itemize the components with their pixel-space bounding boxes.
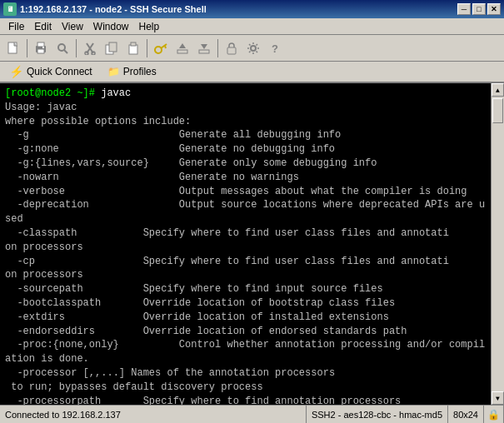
- svg-rect-4: [42, 47, 44, 48]
- settings-button[interactable]: [243, 38, 263, 58]
- toolbar: ?: [0, 35, 504, 62]
- search-button[interactable]: [52, 38, 72, 58]
- toolbar-separator-4: [217, 39, 218, 57]
- menu-window[interactable]: Window: [88, 19, 134, 34]
- window-controls: ─ □ ✕: [457, 3, 501, 15]
- menu-help[interactable]: Help: [134, 19, 165, 34]
- quick-bar: ⚡ Quick Connect 📁 Profiles: [0, 62, 504, 83]
- quick-connect-label: Quick Connect: [27, 66, 92, 77]
- svg-point-5: [58, 44, 65, 51]
- lock-status-icon: 🔒: [487, 409, 500, 421]
- app-icon: 🖥: [3, 2, 17, 16]
- toolbar-separator-1: [27, 39, 27, 57]
- svg-text:?: ?: [272, 42, 278, 55]
- svg-marker-21: [201, 44, 207, 49]
- menu-edit[interactable]: Edit: [29, 19, 57, 34]
- svg-rect-20: [199, 50, 209, 53]
- svg-marker-19: [179, 43, 186, 48]
- svg-point-23: [251, 46, 256, 51]
- status-icons: 🔒: [484, 406, 504, 423]
- svg-rect-18: [177, 50, 187, 53]
- svg-rect-22: [227, 47, 236, 54]
- paste-button[interactable]: [123, 38, 143, 58]
- svg-rect-14: [131, 42, 136, 46]
- terminal-scrollbar[interactable]: ▲ ▼: [491, 83, 504, 405]
- profiles-button[interactable]: 📁 Profiles: [102, 63, 162, 80]
- title-bar: 🖥 1:192.168.2.137 - node2 - SSH Secure S…: [0, 0, 504, 18]
- menu-view[interactable]: View: [57, 19, 88, 34]
- quick-connect-button[interactable]: ⚡ Quick Connect: [3, 62, 98, 81]
- dimensions-status: 80x24: [448, 406, 484, 423]
- encryption-text: SSH2 - aes128-cbc - hmac-md5: [312, 410, 442, 420]
- svg-rect-13: [129, 45, 137, 54]
- profiles-icon: 📁: [107, 66, 120, 77]
- upload-button[interactable]: [172, 38, 192, 58]
- maximize-button[interactable]: □: [472, 3, 486, 15]
- title-bar-text: 🖥 1:192.168.2.137 - node2 - SSH Secure S…: [3, 2, 207, 16]
- cut-button[interactable]: [80, 38, 100, 58]
- close-button[interactable]: ✕: [487, 3, 501, 15]
- svg-rect-2: [37, 42, 44, 47]
- connection-text: Connected to 192.168.2.137: [5, 410, 121, 420]
- toolbar-separator-3: [147, 39, 147, 57]
- terminal-output[interactable]: [root@node2 ~]# javac Usage: javac where…: [0, 83, 491, 405]
- lock-button[interactable]: [222, 38, 242, 58]
- scroll-track[interactable]: [492, 97, 504, 391]
- menu-file[interactable]: File: [3, 19, 29, 34]
- scroll-thumb[interactable]: [492, 98, 503, 123]
- dimensions-text: 80x24: [453, 410, 478, 420]
- svg-rect-12: [109, 42, 117, 52]
- encryption-status: SSH2 - aes128-cbc - hmac-md5: [307, 406, 448, 423]
- profiles-label: Profiles: [123, 66, 157, 77]
- copy-button[interactable]: [102, 38, 122, 58]
- svg-line-17: [165, 46, 166, 48]
- download-button[interactable]: [194, 38, 214, 58]
- toolbar-separator-2: [76, 39, 77, 57]
- svg-rect-3: [37, 49, 44, 53]
- scroll-down-button[interactable]: ▼: [492, 391, 504, 405]
- print-button[interactable]: [31, 38, 51, 58]
- status-bar: Connected to 192.168.2.137 SSH2 - aes128…: [0, 405, 504, 423]
- minimize-button[interactable]: ─: [457, 3, 471, 15]
- new-button[interactable]: [3, 38, 23, 58]
- terminal-wrapper: [root@node2 ~]# javac Usage: javac where…: [0, 83, 504, 405]
- window-title: 1:192.168.2.137 - node2 - SSH Secure She…: [20, 4, 207, 14]
- menu-bar: File Edit View Window Help: [0, 18, 504, 35]
- key-button[interactable]: [151, 38, 171, 58]
- svg-line-6: [64, 50, 67, 53]
- connection-status: Connected to 192.168.2.137: [0, 406, 307, 423]
- scroll-up-button[interactable]: ▲: [492, 83, 504, 97]
- help-button[interactable]: ?: [265, 38, 285, 58]
- quick-connect-icon: ⚡: [9, 65, 23, 78]
